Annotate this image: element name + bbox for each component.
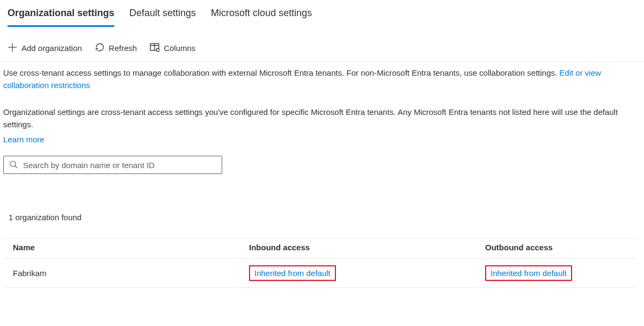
search-container (3, 156, 636, 174)
cell-outbound: Inherited from default (485, 265, 627, 281)
content-area: Use cross-tenant access settings to mana… (0, 62, 644, 288)
refresh-label: Refresh (109, 44, 137, 53)
inbound-highlight: Inherited from default (249, 265, 336, 281)
learn-more-label: Learn more (3, 135, 45, 144)
search-icon (9, 160, 18, 170)
table-row: Fabrikam Inherited from default Inherite… (3, 259, 636, 288)
learn-more-link[interactable]: Learn more (3, 135, 45, 144)
results-count: 1 organization found (3, 213, 636, 222)
tab-default-settings[interactable]: Default settings (129, 8, 196, 27)
columns-icon (150, 42, 159, 54)
column-header-name[interactable]: Name (13, 243, 249, 252)
tab-organizational-settings[interactable]: Organizational settings (8, 8, 114, 27)
add-organization-button[interactable]: Add organization (8, 42, 82, 54)
search-input[interactable] (23, 161, 216, 170)
columns-label: Columns (164, 44, 195, 53)
outbound-access-link[interactable]: Inherited from default (491, 269, 567, 278)
search-box[interactable] (3, 156, 222, 174)
column-header-inbound[interactable]: Inbound access (249, 243, 485, 252)
refresh-icon (95, 42, 105, 54)
description-text-1: Use cross-tenant access settings to mana… (3, 68, 559, 77)
description-line-1: Use cross-tenant access settings to mana… (3, 67, 636, 91)
column-header-outbound[interactable]: Outbound access (485, 243, 627, 252)
svg-line-7 (15, 166, 17, 168)
tab-microsoft-cloud-settings[interactable]: Microsoft cloud settings (211, 8, 312, 27)
description-line-2: Organizational settings are cross-tenant… (3, 106, 636, 131)
plus-icon (8, 42, 17, 54)
outbound-highlight: Inherited from default (485, 265, 572, 281)
tabs-bar: Organizational settings Default settings… (0, 0, 644, 27)
cell-name: Fabrikam (13, 269, 249, 278)
toolbar: Add organization Refresh Columns (0, 27, 644, 62)
organizations-table: Name Inbound access Outbound access Fabr… (3, 238, 636, 288)
table-header-row: Name Inbound access Outbound access (3, 238, 636, 259)
cell-inbound: Inherited from default (249, 265, 485, 281)
refresh-button[interactable]: Refresh (95, 42, 137, 54)
add-organization-label: Add organization (21, 44, 82, 53)
columns-button[interactable]: Columns (150, 42, 195, 54)
inbound-access-link[interactable]: Inherited from default (254, 269, 331, 278)
svg-point-5 (157, 48, 160, 52)
svg-point-6 (10, 161, 16, 166)
